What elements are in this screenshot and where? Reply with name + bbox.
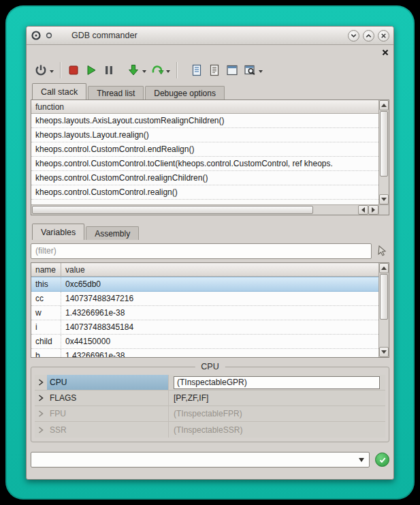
callstack-row[interactable]: kheops.control.CustomControl.realignChil…	[31, 171, 378, 185]
variable-row[interactable]: cc 140737488347216	[31, 292, 378, 306]
callstack-row[interactable]: kheops.layouts.Layout.realign()	[31, 128, 378, 142]
cpu-value-editor[interactable]	[174, 376, 380, 389]
search-window-icon	[243, 63, 257, 77]
column-header-function[interactable]: function	[31, 100, 378, 114]
vertical-scrollbar[interactable]	[378, 100, 389, 204]
app-icon[interactable]	[31, 30, 42, 41]
tab-variables[interactable]: Variables	[32, 224, 84, 240]
scrollbar-thumb[interactable]	[32, 206, 313, 214]
pause-button[interactable]	[100, 60, 118, 80]
horizontal-scrollbar[interactable]	[31, 204, 378, 215]
variable-row[interactable]: this 0xc65db0	[31, 277, 378, 292]
power-icon	[34, 63, 48, 77]
filter-action-icon[interactable]	[374, 244, 389, 258]
cpu-row[interactable]: FLAGS [PF,ZF,IF]	[35, 391, 385, 406]
variable-row[interactable]: child 0x44150000	[31, 335, 378, 349]
memory-window-button[interactable]	[223, 60, 241, 80]
scrollbar-thumb[interactable]	[380, 274, 388, 320]
step-in-icon	[127, 63, 140, 77]
vertical-scrollbar[interactable]	[378, 263, 389, 357]
command-row	[31, 452, 389, 468]
step-in-button[interactable]	[125, 60, 148, 80]
expander-icon[interactable]	[35, 410, 47, 417]
variable-row[interactable]: b 1.43266961e-38	[31, 349, 378, 357]
expander-icon[interactable]	[35, 427, 47, 433]
scroll-right-button[interactable]	[368, 205, 378, 215]
tab-debugee-options[interactable]: Debugee options	[145, 86, 225, 100]
callstack-row[interactable]: kheops.control.CustomControl.toClient(kh…	[31, 157, 378, 171]
maximize-button[interactable]	[363, 30, 374, 42]
pin-icon[interactable]	[46, 32, 52, 39]
column-header-value[interactable]: value	[61, 263, 378, 276]
teal-frame: GDB commander	[5, 5, 415, 500]
filter-row	[31, 242, 389, 260]
variable-row[interactable]: i 140737488345184	[31, 320, 378, 335]
cpu-group-title: CPU	[195, 362, 225, 371]
dock-header	[31, 48, 389, 57]
dock-body: Call stack Thread list Debugee options f…	[27, 45, 393, 479]
play-icon	[84, 63, 98, 77]
scroll-left-button[interactable]	[358, 205, 368, 215]
gdb-commander-window: GDB commander	[26, 26, 394, 480]
window-title: GDB commander	[71, 31, 138, 40]
tab-assembly[interactable]: Assembly	[86, 226, 139, 240]
cpu-row[interactable]: SSR (TInspectableSSR)	[35, 422, 385, 438]
variables-panel: name value this 0xc65db0 cc 140737488347…	[31, 262, 389, 358]
close-button[interactable]	[378, 30, 389, 42]
call-stack-panel: function kheops.layouts.AxisLayout.custo…	[31, 100, 389, 215]
cpu-row[interactable]: CPU	[35, 375, 385, 391]
dropdown-arrow-icon[interactable]	[166, 70, 170, 75]
arrow-up-icon	[381, 266, 387, 270]
variables-header-row: name value	[31, 263, 378, 277]
panel-close-button[interactable]	[381, 48, 389, 57]
command-combobox[interactable]	[31, 452, 370, 468]
step-over-button[interactable]	[148, 60, 172, 80]
run-button[interactable]	[82, 60, 100, 80]
arrow-left-icon	[361, 207, 365, 213]
debug-toolbar	[31, 57, 389, 83]
toolbar-separator	[60, 62, 61, 78]
scroll-up-button[interactable]	[379, 263, 389, 273]
arrow-down-icon	[381, 198, 387, 201]
stop-icon	[67, 63, 80, 77]
cpu-row[interactable]: FPU (TInspectableFPR)	[35, 406, 385, 422]
tab-call-stack[interactable]: Call stack	[32, 83, 86, 100]
list-icon	[208, 63, 221, 77]
cpu-groupbox: CPU CPU FLAGS [PF,ZF,IF]	[31, 367, 389, 442]
minimize-button[interactable]	[348, 30, 359, 42]
output-list-button[interactable]	[206, 60, 223, 80]
arrow-right-icon	[372, 207, 375, 213]
check-icon	[378, 456, 387, 464]
variable-row[interactable]: w 1.43266961e-38	[31, 306, 378, 320]
confirm-button[interactable]	[375, 453, 389, 467]
expander-icon[interactable]	[35, 395, 47, 401]
scroll-down-button[interactable]	[379, 347, 389, 357]
step-over-icon	[150, 63, 164, 77]
column-header-name[interactable]: name	[31, 263, 61, 276]
chevron-down-icon[interactable]	[359, 458, 364, 465]
filter-input[interactable]	[31, 243, 372, 259]
pause-icon	[102, 63, 116, 77]
stop-button[interactable]	[65, 60, 82, 80]
callstack-row[interactable]: kheops.control.CustomControl.realign()	[31, 185, 378, 200]
call-stack-list: function kheops.layouts.AxisLayout.custo…	[31, 100, 378, 204]
dropdown-arrow-icon[interactable]	[142, 70, 146, 75]
inspect-window-button[interactable]	[241, 60, 265, 80]
scroll-down-button[interactable]	[379, 194, 389, 204]
callstack-row[interactable]: kheops.control.CustomControl.endRealign(…	[31, 142, 378, 157]
expander-icon[interactable]	[35, 379, 47, 386]
callstack-row[interactable]: kheops.layouts.AxisLayout.customRealignC…	[31, 114, 378, 128]
scroll-up-button[interactable]	[379, 100, 389, 110]
scrollbar-corner	[378, 204, 389, 215]
scrollbar-thumb[interactable]	[380, 111, 388, 177]
toolbar-separator	[176, 62, 177, 78]
file-icon	[190, 63, 204, 77]
tab-thread-list[interactable]: Thread list	[88, 86, 144, 100]
power-button[interactable]	[32, 60, 56, 80]
window-icon	[225, 63, 239, 77]
arrow-up-icon	[381, 104, 387, 107]
source-file-button[interactable]	[188, 60, 206, 80]
dropdown-arrow-icon[interactable]	[259, 70, 263, 75]
titlebar[interactable]: GDB commander	[27, 27, 393, 45]
dropdown-arrow-icon[interactable]	[50, 70, 54, 75]
